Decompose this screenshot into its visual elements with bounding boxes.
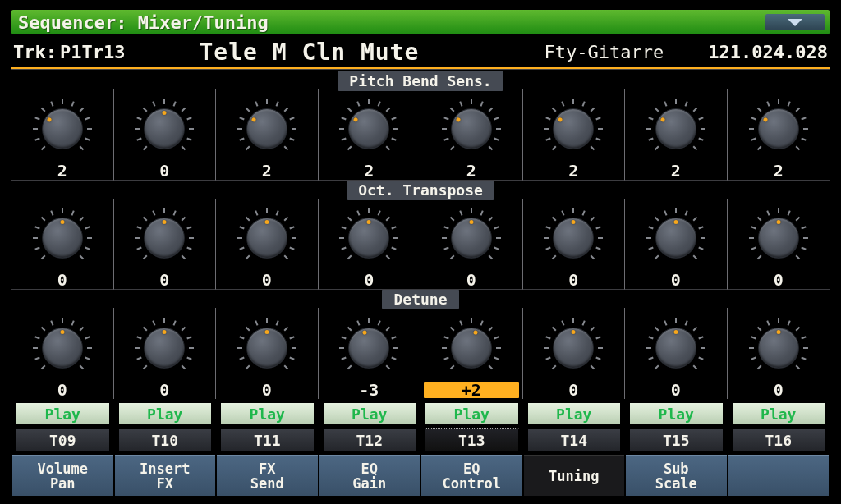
pitch-bend-knob[interactable] [30, 96, 95, 162]
track-tab[interactable]: T09 [16, 428, 110, 451]
detune-knob[interactable] [643, 315, 709, 381]
oct-transpose-cell[interactable]: 0 [319, 199, 421, 290]
pitch-bend-cell[interactable]: 2 [216, 89, 319, 181]
pitch-bend-value[interactable]: 2 [424, 163, 519, 179]
track-tab[interactable]: T12 [323, 428, 417, 451]
oct-transpose-cell[interactable]: 0 [114, 199, 217, 290]
detune-value[interactable]: 0 [117, 382, 213, 398]
detune-knob[interactable] [336, 315, 402, 381]
oct-transpose-cell[interactable]: 0 [728, 199, 830, 290]
detune-cell[interactable]: 0 [216, 308, 319, 399]
oct-transpose-value[interactable]: 0 [117, 272, 213, 288]
play-button[interactable]: Play [118, 402, 213, 425]
oct-transpose-value[interactable]: 0 [15, 272, 110, 288]
detune-value[interactable]: 0 [526, 382, 622, 398]
detune-cell[interactable]: 0 [728, 308, 830, 399]
detune-value[interactable]: +2 [424, 382, 519, 398]
detune-value[interactable]: 0 [15, 382, 110, 398]
track-tab[interactable]: T13 [425, 428, 519, 451]
oct-transpose-knob[interactable] [439, 205, 504, 271]
pitch-bend-cell[interactable]: 2 [319, 89, 421, 181]
pitch-bend-cell[interactable]: 2 [728, 89, 830, 181]
oct-transpose-knob[interactable] [234, 205, 300, 271]
play-button[interactable]: Play [16, 402, 110, 425]
detune-cell[interactable]: +2 [420, 308, 523, 399]
oct-transpose-value[interactable]: 0 [731, 272, 827, 288]
patch-name[interactable]: Tele M Cln Mute [199, 39, 419, 66]
play-button[interactable]: Play [732, 402, 826, 425]
detune-value[interactable]: 0 [731, 382, 827, 398]
detune-knob[interactable] [234, 315, 300, 381]
detune-value[interactable]: 0 [628, 382, 724, 398]
pitch-bend-cell[interactable]: 2 [420, 89, 523, 181]
page-tab-sub-scale[interactable]: Sub Scale [626, 455, 727, 496]
track-tab[interactable]: T16 [732, 428, 826, 451]
page-tab-fx-send[interactable]: FX Send [217, 455, 318, 496]
pitch-bend-value[interactable]: 2 [219, 163, 315, 179]
detune-knob[interactable] [540, 315, 606, 381]
pitch-bend-knob[interactable] [439, 96, 504, 162]
page-tab-volume-pan[interactable]: Volume Pan [12, 455, 113, 496]
oct-transpose-knob[interactable] [131, 205, 197, 271]
oct-transpose-knob[interactable] [643, 205, 709, 271]
oct-transpose-knob[interactable] [336, 205, 402, 271]
pitch-bend-knob[interactable] [131, 96, 197, 162]
play-button[interactable]: Play [323, 402, 417, 425]
detune-knob[interactable] [746, 315, 811, 381]
trk-name[interactable]: P1Tr13 [60, 42, 125, 62]
svg-line-299 [693, 365, 696, 369]
pitch-bend-value[interactable]: 0 [117, 163, 213, 179]
pitch-bend-knob[interactable] [234, 96, 300, 162]
page-tab-insert-fx[interactable]: Insert FX [115, 455, 216, 496]
detune-cell[interactable]: 0 [625, 308, 728, 399]
detune-knob[interactable] [30, 315, 95, 381]
oct-transpose-value[interactable]: 0 [424, 272, 519, 288]
pitch-bend-knob[interactable] [336, 96, 402, 162]
oct-transpose-knob[interactable] [746, 205, 811, 271]
detune-cell[interactable]: 0 [11, 308, 114, 399]
pitch-bend-knob[interactable] [746, 96, 811, 162]
pitch-bend-value[interactable]: 2 [15, 163, 110, 179]
pitch-bend-value[interactable]: 2 [526, 163, 622, 179]
pitch-bend-value[interactable]: 2 [731, 163, 827, 179]
pitch-bend-cell[interactable]: 0 [114, 89, 217, 181]
oct-transpose-cell[interactable]: 0 [523, 199, 626, 290]
pitch-bend-knob[interactable] [540, 96, 606, 162]
svg-line-294 [685, 321, 687, 326]
oct-transpose-cell[interactable]: 0 [625, 199, 728, 290]
oct-transpose-knob[interactable] [540, 205, 606, 271]
detune-value[interactable]: 0 [219, 382, 315, 398]
oct-transpose-cell[interactable]: 0 [216, 199, 319, 290]
oct-transpose-value[interactable]: 0 [322, 272, 417, 288]
detune-cell[interactable]: 0 [114, 308, 217, 399]
track-tab[interactable]: T14 [527, 428, 622, 451]
pitch-bend-value[interactable]: 2 [628, 163, 724, 179]
play-button[interactable]: Play [527, 402, 622, 425]
oct-transpose-value[interactable]: 0 [628, 272, 724, 288]
track-tab[interactable]: T10 [118, 428, 213, 451]
play-button[interactable]: Play [425, 402, 519, 425]
pitch-bend-knob[interactable] [643, 96, 709, 162]
page-tab-eq-control[interactable]: EQ Control [421, 455, 522, 496]
detune-cell[interactable]: -3 [319, 308, 421, 399]
pitch-bend-value[interactable]: 2 [322, 163, 417, 179]
page-tab-eq-gain[interactable]: EQ Gain [319, 455, 420, 496]
oct-transpose-value[interactable]: 0 [526, 272, 622, 288]
detune-value[interactable]: -3 [322, 382, 417, 398]
detune-knob[interactable] [131, 315, 197, 381]
pitch-bend-cell[interactable]: 2 [11, 89, 114, 181]
oct-transpose-knob[interactable] [30, 205, 95, 271]
page-menu-dropdown[interactable] [765, 14, 825, 30]
oct-transpose-cell[interactable]: 0 [420, 199, 523, 290]
page-tab-tuning[interactable]: Tuning [524, 455, 625, 496]
oct-transpose-cell[interactable]: 0 [11, 199, 114, 290]
oct-transpose-value[interactable]: 0 [219, 272, 315, 288]
pitch-bend-cell[interactable]: 2 [523, 89, 626, 181]
detune-knob[interactable] [439, 315, 504, 381]
play-button[interactable]: Play [629, 402, 724, 425]
pitch-bend-cell[interactable]: 2 [625, 89, 728, 181]
detune-cell[interactable]: 0 [523, 308, 626, 399]
track-tab[interactable]: T11 [220, 428, 315, 451]
track-tab[interactable]: T15 [629, 428, 724, 451]
play-button[interactable]: Play [220, 402, 315, 425]
